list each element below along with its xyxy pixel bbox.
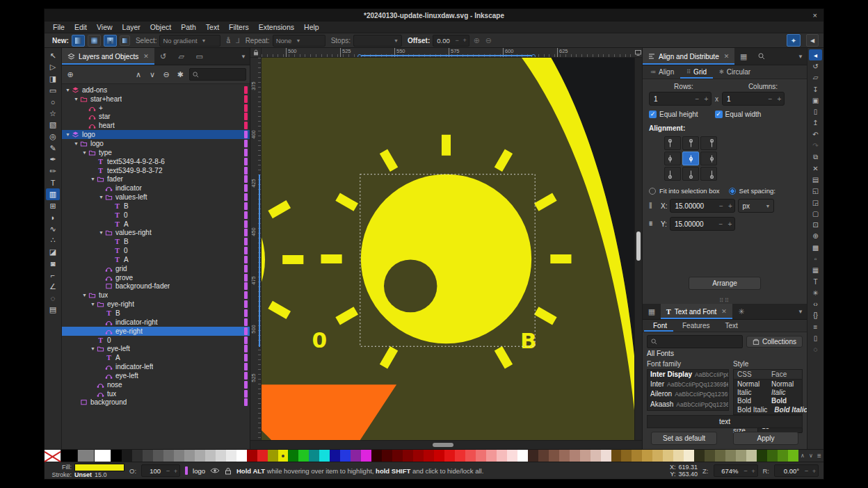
expander-icon[interactable]: ▼ bbox=[89, 177, 97, 181]
anchor-middle-left[interactable] bbox=[664, 152, 681, 165]
layer-highlight-chip[interactable] bbox=[244, 336, 248, 344]
palette-swatch[interactable] bbox=[746, 450, 757, 462]
text-tool-icon[interactable]: T bbox=[46, 177, 60, 189]
layer-highlight-chip[interactable] bbox=[244, 300, 248, 308]
tree-row-star+heart[interactable]: ▼star+heart bbox=[62, 95, 250, 104]
equal-height-checkbox[interactable]: ✓ Equal height bbox=[649, 111, 698, 118]
tree-row-text5349-9-8-3-72[interactable]: Ttext5349-9-8-3-72 bbox=[62, 166, 250, 175]
tweak-tool-icon[interactable]: ∿ bbox=[46, 223, 60, 235]
palette-swatch[interactable] bbox=[247, 450, 257, 462]
layer-highlight-chip[interactable] bbox=[244, 122, 248, 129]
palette-swatch[interactable] bbox=[673, 450, 684, 462]
expander-icon[interactable]: ▼ bbox=[97, 230, 105, 235]
measure-tool-icon[interactable]: ∠ bbox=[46, 281, 60, 293]
menu-file[interactable]: File bbox=[48, 23, 70, 31]
tab-swatches-icon[interactable]: ▦ bbox=[643, 304, 661, 319]
tree-row-indicator-right[interactable]: indicator-right bbox=[62, 318, 250, 327]
add-layer-icon[interactable]: ⊕ bbox=[65, 70, 75, 79]
y-decrement[interactable]: − bbox=[716, 220, 725, 228]
palette-swatch[interactable] bbox=[143, 450, 153, 462]
delete-stop-icon[interactable]: ⊖ bbox=[484, 36, 493, 45]
palette-swatch[interactable] bbox=[736, 450, 746, 462]
tree-row-indicator-left[interactable]: indicator-left bbox=[62, 362, 250, 371]
tree-row-indicator[interactable]: indicator bbox=[62, 184, 250, 193]
menu-edit[interactable]: Edit bbox=[70, 23, 92, 31]
new-document-icon[interactable]: ▯ bbox=[809, 106, 822, 117]
tree-row-eye-left[interactable]: ▼eye-left bbox=[62, 344, 250, 353]
insert-stop-icon[interactable]: ⊕ bbox=[472, 36, 481, 45]
layer-highlight-chip[interactable] bbox=[244, 390, 248, 398]
unlink-clone-icon[interactable]: ▩ bbox=[809, 242, 822, 253]
tab-find-icon[interactable] bbox=[753, 48, 771, 65]
palette-swatch[interactable] bbox=[216, 450, 226, 462]
expander-icon[interactable]: ▼ bbox=[89, 302, 97, 307]
set-spacing-radio[interactable] bbox=[729, 188, 736, 195]
expander-icon[interactable]: ▼ bbox=[81, 150, 88, 155]
knob-tick[interactable] bbox=[550, 254, 571, 263]
selector-tool-icon[interactable]: ↖ bbox=[46, 50, 60, 62]
tree-row-heart[interactable]: heart bbox=[62, 121, 250, 130]
layer-highlight-chip[interactable] bbox=[244, 345, 248, 352]
layer-highlight-chip[interactable] bbox=[244, 220, 248, 228]
palette-swatch[interactable] bbox=[580, 450, 590, 462]
layer-highlight-chip[interactable] bbox=[244, 175, 248, 183]
vertical-scrollbar[interactable] bbox=[634, 58, 642, 440]
layer-highlight-chip[interactable] bbox=[244, 381, 248, 389]
zoom-page-icon[interactable]: ▢ bbox=[809, 208, 822, 219]
calligraphy-tool-icon[interactable]: ✏ bbox=[46, 165, 60, 177]
box-3d-tool-icon[interactable]: ▧ bbox=[46, 120, 60, 131]
tree-row-0[interactable]: T0 bbox=[62, 246, 250, 255]
current-layer-name[interactable]: logo bbox=[193, 467, 205, 475]
anchor-top-center[interactable] bbox=[682, 136, 699, 150]
expander-icon[interactable]: ▼ bbox=[72, 97, 80, 101]
offset-decrement[interactable]: − bbox=[453, 37, 461, 44]
menu-text[interactable]: Text bbox=[201, 23, 224, 31]
palette-swatch[interactable] bbox=[236, 450, 247, 462]
palette-swatch[interactable] bbox=[132, 450, 143, 462]
link-stops-icon[interactable]: å bbox=[226, 37, 230, 44]
layer-highlight-chip[interactable] bbox=[244, 282, 248, 290]
remove-layer-icon[interactable]: ⊖ bbox=[161, 70, 171, 79]
tree-row-0[interactable]: T0 bbox=[62, 211, 250, 220]
palette-swatch[interactable] bbox=[351, 450, 361, 462]
offset-increment[interactable]: + bbox=[461, 37, 469, 44]
tab-objects-icon[interactable]: ▦ bbox=[734, 48, 753, 65]
columns-spinbox[interactable]: 1 −+ bbox=[722, 92, 785, 106]
swatch-white[interactable] bbox=[95, 450, 111, 462]
tree-row-a[interactable]: TA bbox=[62, 353, 250, 362]
palette-swatch[interactable] bbox=[715, 450, 725, 462]
font-search-input[interactable] bbox=[647, 335, 743, 348]
palette-swatch[interactable] bbox=[559, 450, 570, 462]
palette-swatch[interactable] bbox=[684, 450, 694, 462]
palette-swatch[interactable] bbox=[788, 450, 798, 462]
tree-row-values-left[interactable]: ▼values-left bbox=[62, 193, 250, 202]
expander-icon[interactable]: ▼ bbox=[64, 132, 72, 137]
tree-row-a[interactable]: TA bbox=[62, 220, 250, 229]
connector-tool-icon[interactable]: ⌐ bbox=[46, 269, 60, 281]
tab-history-icon[interactable]: ↺ bbox=[154, 48, 172, 65]
rows-increment[interactable]: + bbox=[702, 95, 711, 103]
layer-highlight-chip[interactable] bbox=[244, 202, 248, 210]
fill-tool-icon[interactable]: ◙ bbox=[46, 258, 60, 270]
layer-highlight-chip[interactable] bbox=[244, 309, 248, 317]
palette-swatch[interactable] bbox=[257, 450, 268, 462]
rotation-increment[interactable]: + bbox=[810, 467, 818, 475]
palette-swatch[interactable] bbox=[465, 450, 476, 462]
tree-row-grove[interactable]: grove bbox=[62, 273, 250, 282]
reverse-gradient-icon[interactable]: ⅃ bbox=[236, 37, 240, 44]
color-managed-view-icon[interactable] bbox=[634, 48, 642, 58]
tab-export-icon[interactable]: ▭ bbox=[191, 48, 209, 65]
palette-swatch[interactable] bbox=[538, 450, 549, 462]
layer-highlight-chip[interactable] bbox=[244, 238, 248, 245]
set-as-default-button[interactable]: Set as default bbox=[651, 432, 717, 445]
tree-row-b[interactable]: TB bbox=[62, 202, 250, 211]
delete-selection-icon[interactable]: ✕ bbox=[809, 163, 822, 174]
tree-row-fader[interactable]: ▼fader bbox=[62, 174, 250, 184]
panel-menu-chevron-icon[interactable]: ▼ bbox=[794, 304, 807, 319]
tab-align-and-distribute[interactable]: Align and Distribute ✕ bbox=[643, 48, 734, 65]
layer-highlight-chip[interactable] bbox=[244, 167, 248, 174]
repeat-dropdown[interactable]: None▼ bbox=[273, 35, 326, 47]
ellipse-tool-icon[interactable]: ○ bbox=[46, 96, 60, 108]
eye-right-knob[interactable] bbox=[361, 174, 531, 344]
palette-swatch[interactable] bbox=[632, 450, 642, 462]
